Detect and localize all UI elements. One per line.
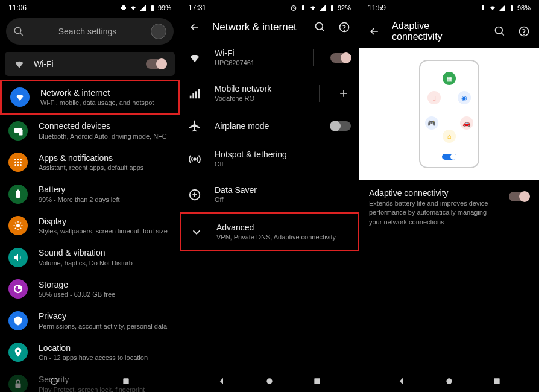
apps-icon [13,157,24,168]
add-network-button[interactable] [336,86,351,101]
nav-recent-icon[interactable] [312,376,322,386]
vibrate-icon [120,4,127,11]
item-title: Wi-Fi [215,48,296,58]
signal-icon [319,4,326,11]
data-saver-icon [188,188,201,201]
battery-percent: 99% [158,4,171,11]
item-storage[interactable]: Storage50% used - 63.82 GB free [0,273,180,305]
svg-point-10 [20,159,22,160]
item-wifi[interactable]: Wi-FiUPC6207461 [180,40,359,75]
svg-point-15 [17,164,19,166]
item-title: Hotspot & tethering [215,150,351,160]
item-display[interactable]: DisplayStyles, wallpapers, screen timeou… [0,210,180,241]
search-settings-bar[interactable]: Search settings [6,18,174,45]
status-bar: 11:06 99% [0,0,180,14]
signal-icon [139,4,147,11]
back-arrow-icon [189,21,201,33]
help-button[interactable] [517,25,531,38]
svg-point-46 [496,27,503,34]
network-list: Wi-FiUPC6207461 Mobile networkVodafone R… [180,40,359,392]
item-battery[interactable]: Battery99% - More than 2 days left [0,178,180,209]
search-button[interactable] [493,25,506,38]
svg-rect-1 [121,7,122,9]
svg-point-38 [194,158,196,160]
item-title: Mobile network [215,84,302,94]
item-sub: Styles, wallpapers, screen timeout, font… [39,227,171,235]
battery-percent: 98% [517,4,531,11]
item-network-internet[interactable]: Network & internetWi-Fi, mobile, data us… [0,80,180,115]
back-arrow-icon [368,25,380,37]
item-title: Display [39,216,171,227]
airplane-toggle[interactable] [330,121,351,131]
page-title: Adaptive connectivity [392,21,482,42]
item-sub: 99% - More than 2 days left [39,195,171,204]
item-title: Advanced [216,223,349,233]
profile-avatar[interactable] [151,24,166,39]
nav-recent-icon[interactable] [492,376,502,386]
search-button[interactable] [314,21,327,34]
svg-point-12 [17,162,19,163]
item-sound-vibration[interactable]: Sound & vibrationVolume, haptics, Do Not… [0,241,180,273]
item-advanced[interactable]: AdvancedVPN, Private DNS, Adaptive conne… [180,212,359,251]
devices-icon [13,125,24,136]
nav-home-icon[interactable] [444,376,454,386]
item-location[interactable]: LocationOn - 12 apps have access to loca… [0,337,180,368]
back-button[interactable] [188,21,201,34]
hotspot-icon [188,153,201,166]
signal-icon [499,4,506,11]
item-hotspot-tethering[interactable]: Hotspot & tetheringOff [180,141,359,177]
header: Adaptive connectivity [359,14,539,48]
privacy-icon [13,315,24,326]
svg-point-42 [266,378,272,384]
item-mobile-network[interactable]: Mobile networkVodafone RO [180,75,359,111]
svg-point-11 [14,162,16,163]
nav-home-icon[interactable] [265,376,274,386]
svg-point-8 [14,159,16,160]
item-title: Battery [39,184,171,195]
item-sub: Wi-Fi, mobile, data usage, and hotspot [40,98,169,107]
item-title: Privacy [39,311,171,321]
display-icon [13,220,24,231]
item-airplane-mode[interactable]: Airplane mode [180,111,359,141]
item-connected-devices[interactable]: Connected devicesBluetooth, Android Auto… [0,115,180,146]
alarm-icon [290,4,297,11]
wifi-toggle[interactable] [330,53,351,63]
battery-icon [329,4,336,11]
svg-point-4 [14,27,21,34]
adaptive-toggle[interactable] [509,192,529,201]
nav-bar [180,370,359,392]
item-sub: On - 12 apps have access to location [39,353,171,362]
wifi-icon [309,4,317,11]
status-right: 92% [290,4,351,11]
wifi-toggle[interactable] [146,59,166,69]
nav-back-icon[interactable] [217,376,227,386]
help-button[interactable] [338,21,351,34]
airplane-icon [188,119,201,133]
item-title: Connected devices [39,121,171,131]
nav-back-icon[interactable] [397,376,406,386]
item-sub: Permissions, account activity, personal … [39,322,171,330]
status-right: 99% [120,4,171,11]
svg-rect-33 [192,93,194,98]
clock: 17:31 [188,4,206,12]
network-internet-screen: 17:31 92% Network & internet Wi-FiUPC6 [180,0,359,392]
adaptive-connectivity-row[interactable]: Adaptive connectivity Extends battery li… [359,180,539,235]
item-privacy[interactable]: PrivacyPermissions, account activity, pe… [0,305,180,336]
battery-icon [149,4,156,11]
signal-icon [188,87,201,100]
card-sub: Extends battery life and improves device… [369,199,500,227]
item-title: Location [39,343,171,353]
item-data-saver[interactable]: Data SaverOff [180,177,359,212]
svg-rect-34 [195,91,197,98]
back-button[interactable] [368,25,381,38]
nav-circle-outline-icon[interactable] [49,376,59,386]
wifi-quick-row[interactable]: Wi-Fi [5,52,175,76]
item-title: Airplane mode [215,121,317,131]
clock: 11:59 [368,4,386,12]
settings-main-screen: 11:06 99% Search settings Wi-Fi Network … [0,0,180,392]
nav-square-icon[interactable] [121,376,131,386]
storage-icon [13,283,24,294]
location-icon [13,347,24,358]
item-sub: Vodafone RO [215,94,302,103]
item-apps-notifications[interactable]: Apps & notificationsAssistant, recent ap… [0,147,180,178]
